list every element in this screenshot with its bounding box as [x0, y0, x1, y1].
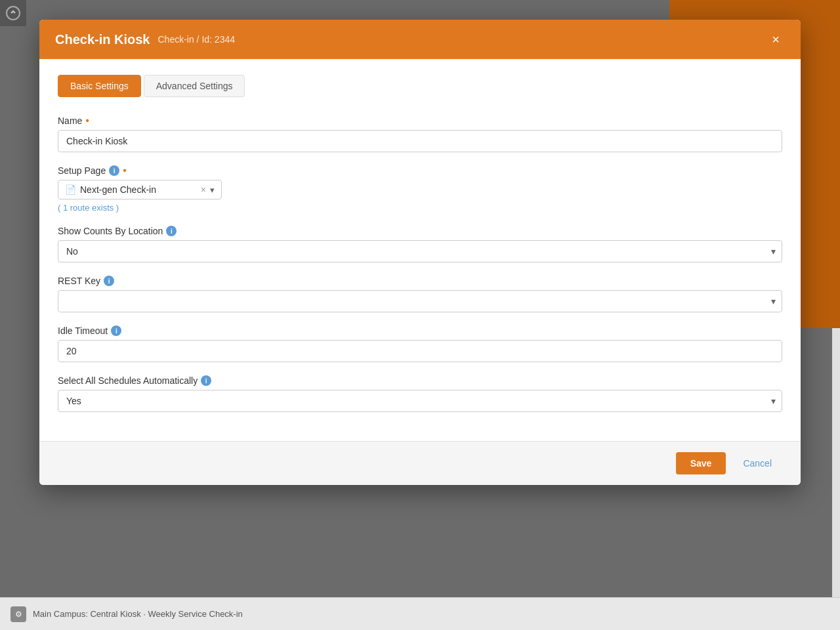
- setup-page-value: Next-gen Check-in: [80, 184, 197, 195]
- footer-bar: ⚙ Main Campus: Central Kiosk · Weekly Se…: [0, 597, 840, 630]
- idle-timeout-input[interactable]: [58, 340, 782, 362]
- modal-subtitle: Check-in / Id: 2344: [158, 34, 235, 45]
- route-exists-link[interactable]: ( 1 route exists ): [58, 203, 782, 213]
- modal-body: Basic Settings Advanced Settings Name • …: [39, 59, 801, 441]
- setup-page-clear-button[interactable]: ×: [201, 184, 206, 195]
- setup-page-required-indicator: •: [123, 165, 127, 176]
- name-label: Name •: [58, 116, 782, 126]
- show-counts-select-wrapper: No Yes ▾: [58, 240, 782, 262]
- select-schedules-select[interactable]: Yes No: [58, 390, 782, 412]
- document-icon: 📄: [65, 184, 76, 195]
- setup-page-field-group: Setup Page i • 📄 Next-gen Check-in × ▾ (…: [58, 165, 782, 213]
- show-counts-label: Show Counts By Location i: [58, 226, 782, 236]
- modal-footer: Save Cancel: [39, 441, 801, 485]
- modal-header: Check-in Kiosk Check-in / Id: 2344 ×: [39, 20, 801, 59]
- top-left-logo: [0, 0, 26, 26]
- footer-text: Main Campus: Central Kiosk · Weekly Serv…: [33, 609, 243, 619]
- idle-timeout-info-icon: i: [111, 326, 121, 336]
- tab-basic-settings[interactable]: Basic Settings: [58, 75, 141, 97]
- show-counts-select[interactable]: No Yes: [58, 240, 782, 262]
- idle-timeout-field-group: Idle Timeout i: [58, 326, 782, 362]
- name-field-group: Name •: [58, 116, 782, 152]
- rest-key-info-icon: i: [104, 276, 114, 286]
- setup-page-chevron-icon: ▾: [210, 185, 215, 195]
- setup-page-label: Setup Page i •: [58, 165, 782, 176]
- setup-page-input[interactable]: 📄 Next-gen Check-in × ▾: [58, 180, 222, 200]
- modal-title: Check-in Kiosk: [55, 32, 150, 47]
- name-input[interactable]: [58, 130, 782, 152]
- modal-header-left: Check-in Kiosk Check-in / Id: 2344: [55, 32, 235, 47]
- rest-key-select[interactable]: [58, 290, 782, 312]
- rest-key-field-group: REST Key i ▾: [58, 276, 782, 312]
- rest-key-label: REST Key i: [58, 276, 782, 286]
- name-required-indicator: •: [85, 116, 89, 126]
- cancel-button[interactable]: Cancel: [732, 452, 782, 474]
- gear-icon: ⚙: [10, 606, 26, 622]
- select-schedules-info-icon: i: [201, 375, 211, 386]
- tabs-container: Basic Settings Advanced Settings: [58, 75, 782, 97]
- save-button[interactable]: Save: [676, 452, 726, 474]
- rest-key-select-wrapper: ▾: [58, 290, 782, 312]
- modal-close-button[interactable]: ×: [766, 30, 785, 49]
- svg-point-0: [7, 7, 20, 20]
- select-schedules-select-wrapper: Yes No ▾: [58, 390, 782, 412]
- tab-advanced-settings[interactable]: Advanced Settings: [144, 75, 245, 97]
- modal-dialog: Check-in Kiosk Check-in / Id: 2344 × Bas…: [39, 20, 801, 485]
- select-schedules-field-group: Select All Schedules Automatically i Yes…: [58, 375, 782, 412]
- setup-page-info-icon: i: [109, 165, 119, 176]
- idle-timeout-label: Idle Timeout i: [58, 326, 782, 336]
- show-counts-field-group: Show Counts By Location i No Yes ▾: [58, 226, 782, 262]
- select-schedules-label: Select All Schedules Automatically i: [58, 375, 782, 386]
- show-counts-info-icon: i: [166, 226, 177, 236]
